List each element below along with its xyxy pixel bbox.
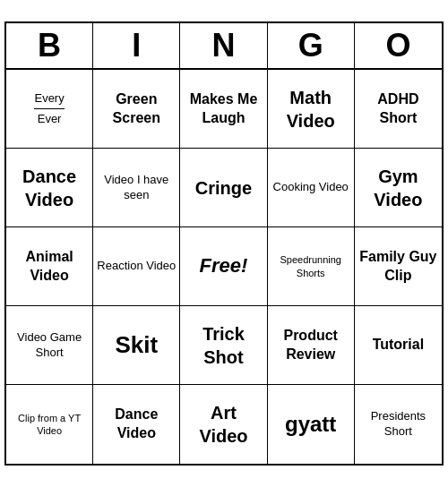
- cell-16-text: Skit: [115, 330, 158, 361]
- bingo-grid: EveryEver Green Screen Makes Me Laugh Ma…: [6, 70, 442, 464]
- cell-11[interactable]: Reaction Video: [93, 227, 180, 306]
- cell-15-text: Video Game Short: [10, 330, 89, 361]
- cell-15[interactable]: Video Game Short: [6, 306, 93, 385]
- cell-2[interactable]: Makes Me Laugh: [180, 70, 267, 149]
- cell-17[interactable]: Trick Shot: [180, 306, 267, 385]
- cell-16[interactable]: Skit: [93, 306, 180, 385]
- cell-3-text: Math Video: [271, 86, 350, 132]
- header-i: I: [93, 23, 180, 68]
- cell-3[interactable]: Math Video: [268, 70, 355, 149]
- cell-1-text: Green Screen: [97, 90, 176, 128]
- cell-2-text: Makes Me Laugh: [184, 90, 263, 128]
- cell-12-free[interactable]: Free!: [180, 227, 267, 306]
- cell-19[interactable]: Tutorial: [355, 306, 442, 385]
- cell-6[interactable]: Video I have seen: [93, 149, 180, 227]
- cell-7[interactable]: Cringe: [180, 149, 267, 227]
- cell-0[interactable]: EveryEver: [6, 70, 93, 149]
- cell-8[interactable]: Cooking Video: [268, 149, 355, 227]
- bingo-card: B I N G O EveryEver Green Screen Makes M…: [4, 21, 444, 466]
- cell-23[interactable]: gyatt: [268, 385, 355, 464]
- cell-5-text: Dance Video: [10, 165, 89, 211]
- cell-10-text: Animal Video: [10, 248, 89, 286]
- cell-6-text: Video I have seen: [97, 173, 176, 203]
- cell-18[interactable]: Product Review: [268, 306, 355, 385]
- cell-4[interactable]: ADHD Short: [355, 70, 442, 149]
- cell-9-text: Gym Video: [358, 165, 438, 211]
- cell-8-text: Cooking Video: [273, 180, 349, 195]
- cell-22[interactable]: Art Video: [180, 385, 267, 464]
- cell-22-text: Art Video: [184, 401, 263, 448]
- cell-14[interactable]: Family Guy Clip: [355, 227, 442, 306]
- header-b: B: [6, 23, 93, 68]
- cell-20-text: Clip from a YT Video: [10, 412, 89, 438]
- cell-21-text: Dance Video: [97, 406, 176, 443]
- cell-17-text: Trick Shot: [184, 322, 263, 369]
- cell-4-text: ADHD Short: [358, 90, 438, 128]
- cell-12-text: Free!: [200, 253, 248, 279]
- cell-19-text: Tutorial: [373, 336, 424, 355]
- cell-18-text: Product Review: [271, 327, 350, 364]
- cell-13[interactable]: Speedrunning Shorts: [268, 227, 355, 306]
- cell-5[interactable]: Dance Video: [6, 149, 93, 227]
- cell-1[interactable]: Green Screen: [93, 70, 180, 149]
- cell-11-text: Reaction Video: [97, 259, 176, 274]
- cell-20[interactable]: Clip from a YT Video: [6, 385, 93, 464]
- cell-7-text: Cringe: [195, 176, 252, 200]
- cell-21[interactable]: Dance Video: [93, 385, 180, 464]
- bingo-header: B I N G O: [6, 23, 442, 70]
- header-o: O: [355, 23, 442, 68]
- cell-24-text: Presidents Short: [358, 409, 438, 440]
- cell-10[interactable]: Animal Video: [6, 227, 93, 306]
- cell-13-text: Speedrunning Shorts: [271, 253, 350, 279]
- cell-0-text: EveryEver: [34, 90, 64, 127]
- cell-24[interactable]: Presidents Short: [355, 385, 442, 464]
- cell-14-text: Family Guy Clip: [358, 248, 438, 286]
- header-g: G: [268, 23, 355, 68]
- cell-9[interactable]: Gym Video: [355, 149, 442, 227]
- header-n: N: [180, 23, 267, 68]
- cell-23-text: gyatt: [285, 410, 336, 438]
